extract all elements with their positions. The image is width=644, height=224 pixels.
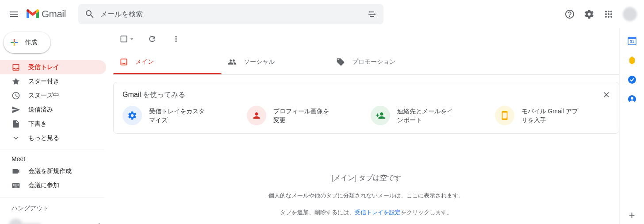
- tab-label: ソーシャル: [244, 58, 275, 66]
- gear-icon: [584, 9, 594, 19]
- gmail-logo-text: Gmail: [42, 8, 66, 20]
- tab-label: プロモーション: [352, 58, 395, 66]
- close-icon: [602, 90, 611, 99]
- plus-icon: [9, 37, 19, 48]
- inbox-icon: [12, 63, 20, 72]
- calendar-icon: 31: [628, 36, 636, 45]
- keep-addon[interactable]: [628, 56, 636, 65]
- tab-promotions[interactable]: プロモーション: [330, 50, 438, 74]
- sidebar-item-more[interactable]: もっと見る: [0, 131, 106, 145]
- people-icon: [228, 58, 237, 66]
- setup-item-text: 連絡先とメールをインポート: [397, 107, 455, 124]
- hangout-section-label: ハングアウト: [0, 197, 113, 216]
- sidebar-item-inbox[interactable]: 受信トレイ: [0, 60, 106, 74]
- hangout-row: +: [0, 216, 113, 224]
- sidebar-item-starred[interactable]: スター付き: [0, 74, 106, 89]
- svg-text:31: 31: [629, 39, 634, 44]
- apps-icon: [603, 9, 614, 19]
- contacts-addon[interactable]: [628, 95, 636, 104]
- gear-icon: [123, 106, 142, 125]
- search-icon[interactable]: [81, 5, 99, 23]
- compose-label: 作成: [25, 39, 37, 46]
- svg-point-8: [631, 97, 633, 100]
- svg-point-6: [628, 76, 636, 84]
- more-button[interactable]: [167, 30, 185, 48]
- person-add-icon: [371, 106, 390, 125]
- refresh-icon: [148, 35, 157, 43]
- sidebar-item-label: 下書き: [28, 120, 47, 128]
- setup-item-text: モバイル Gmail アプリを入手: [521, 107, 579, 124]
- tab-primary[interactable]: メイン: [113, 50, 222, 74]
- keyboard-icon: [12, 181, 20, 190]
- get-addons-button[interactable]: +: [623, 206, 641, 224]
- meet-item-label: 会議に参加: [28, 182, 59, 189]
- account-avatar[interactable]: [623, 7, 637, 21]
- tasks-addon[interactable]: [628, 75, 636, 84]
- inbox-settings-link[interactable]: 受信トレイを設定: [355, 209, 401, 216]
- search-input[interactable]: [99, 10, 363, 18]
- sidebar-item-snoozed[interactable]: スヌーズ中: [0, 89, 106, 103]
- search-options-icon[interactable]: [363, 5, 381, 23]
- file-icon: [12, 120, 20, 128]
- sidebar-item-label: 送信済み: [28, 106, 53, 114]
- header-right: [561, 5, 640, 23]
- chevron-down-icon: [12, 134, 20, 143]
- star-icon: [12, 77, 20, 86]
- hangout-add-button[interactable]: +: [94, 220, 104, 224]
- setup-import[interactable]: 連絡先とメールをインポート: [371, 106, 486, 125]
- meet-join[interactable]: 会議に参加: [0, 178, 106, 193]
- tab-label: メイン: [135, 58, 154, 66]
- menu-icon: [9, 9, 19, 19]
- setup-close-button[interactable]: [600, 89, 613, 101]
- empty-line-2: タブを追加、削除するには、受信トレイを設定をクリックします。: [113, 209, 619, 216]
- svg-rect-4: [628, 37, 636, 39]
- calendar-addon[interactable]: 31: [628, 36, 636, 45]
- setup-item-text: プロフィール画像を変更: [273, 107, 331, 124]
- sidebar-item-sent[interactable]: 送信済み: [0, 103, 106, 117]
- clock-icon: [12, 91, 20, 100]
- main: メイン ソーシャル プロモーション Gmail を使ってみる 受信トレイをカスタ…: [113, 28, 619, 224]
- setup-card: Gmail を使ってみる 受信トレイをカスタマイズ プロフィール画像を変更 連絡…: [113, 82, 619, 134]
- checkbox-icon: [119, 35, 128, 43]
- meet-new-meeting[interactable]: 会議を新規作成: [0, 164, 106, 178]
- refresh-button[interactable]: [143, 30, 161, 48]
- setup-items: 受信トレイをカスタマイズ プロフィール画像を変更 連絡先とメールをインポート モ…: [123, 106, 610, 125]
- video-icon: [12, 167, 20, 176]
- chevron-down-icon: [128, 35, 135, 42]
- phone-icon: [495, 106, 514, 125]
- sidebar-item-label: もっと見る: [28, 134, 59, 142]
- more-icon: [172, 35, 180, 43]
- person-icon: [247, 106, 266, 125]
- keep-icon: [628, 56, 636, 65]
- gmail-logo[interactable]: Gmail: [27, 8, 66, 20]
- sidebar-item-label: スヌーズ中: [28, 92, 59, 100]
- apps-button[interactable]: [600, 5, 617, 23]
- svg-point-0: [368, 12, 370, 13]
- setup-customize-inbox[interactable]: 受信トレイをカスタマイズ: [123, 106, 238, 125]
- svg-point-2: [370, 16, 371, 17]
- setup-mobile-app[interactable]: モバイル Gmail アプリを入手: [495, 106, 610, 125]
- sidebar-item-label: スター付き: [28, 77, 59, 85]
- sidebar-item-drafts[interactable]: 下書き: [0, 117, 106, 131]
- search-bar[interactable]: [78, 4, 383, 24]
- inbox-icon: [119, 58, 128, 66]
- header: Gmail: [0, 0, 644, 28]
- send-icon: [12, 105, 20, 114]
- settings-button[interactable]: [580, 5, 598, 23]
- tag-icon: [336, 58, 345, 66]
- hangout-avatar[interactable]: [9, 219, 23, 224]
- sidebar-item-label: 受信トレイ: [28, 63, 59, 71]
- empty-line-1: 個人的なメールや他のタブに分類されないメールは、ここに表示されます。: [113, 192, 619, 200]
- meet-item-label: 会議を新規作成: [28, 167, 72, 175]
- tab-social[interactable]: ソーシャル: [222, 50, 330, 74]
- side-panel: 31 +: [619, 28, 644, 224]
- setup-profile-image[interactable]: プロフィール画像を変更: [247, 106, 362, 125]
- setup-item-text: 受信トレイをカスタマイズ: [149, 107, 207, 124]
- meet-section-label: Meet: [0, 150, 113, 164]
- compose-button[interactable]: 作成: [4, 32, 50, 53]
- support-button[interactable]: [561, 5, 579, 23]
- select-all-checkbox[interactable]: [118, 33, 137, 45]
- empty-state: [メイン] タブは空です 個人的なメールや他のタブに分類されないメールは、ここに…: [113, 174, 619, 216]
- main-menu-button[interactable]: [4, 4, 25, 25]
- toolbar: [113, 28, 619, 50]
